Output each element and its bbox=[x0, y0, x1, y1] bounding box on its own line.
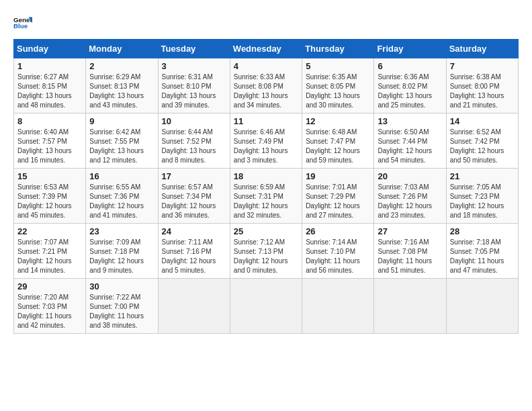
calendar-cell: 28Sunrise: 7:18 AMSunset: 7:05 PMDayligh… bbox=[446, 224, 518, 279]
day-info: Sunrise: 6:50 AMSunset: 7:44 PMDaylight:… bbox=[378, 128, 442, 165]
day-info: Sunrise: 6:36 AMSunset: 8:02 PMDaylight:… bbox=[378, 73, 442, 110]
calendar-cell: 14Sunrise: 6:52 AMSunset: 7:42 PMDayligh… bbox=[446, 113, 518, 169]
day-number: 14 bbox=[450, 116, 515, 126]
day-info: Sunrise: 7:01 AMSunset: 7:29 PMDaylight:… bbox=[306, 183, 370, 220]
day-info: Sunrise: 6:46 AMSunset: 7:49 PMDaylight:… bbox=[234, 128, 298, 165]
day-number: 11 bbox=[234, 116, 298, 126]
day-number: 12 bbox=[306, 116, 370, 126]
day-info: Sunrise: 7:18 AMSunset: 7:05 PMDaylight:… bbox=[450, 238, 515, 275]
day-number: 20 bbox=[378, 171, 442, 181]
day-info: Sunrise: 6:42 AMSunset: 7:55 PMDaylight:… bbox=[89, 128, 154, 165]
day-number: 22 bbox=[17, 226, 82, 236]
calendar-cell: 17Sunrise: 6:57 AMSunset: 7:34 PMDayligh… bbox=[158, 169, 230, 224]
day-info: Sunrise: 6:35 AMSunset: 8:05 PMDaylight:… bbox=[306, 73, 370, 110]
calendar-cell: 8Sunrise: 6:40 AMSunset: 7:57 PMDaylight… bbox=[14, 113, 86, 169]
day-info: Sunrise: 7:12 AMSunset: 7:13 PMDaylight:… bbox=[234, 238, 298, 275]
day-number: 10 bbox=[162, 116, 226, 126]
calendar-cell bbox=[158, 279, 230, 334]
day-number: 19 bbox=[306, 171, 370, 181]
calendar-cell: 26Sunrise: 7:14 AMSunset: 7:10 PMDayligh… bbox=[302, 224, 374, 279]
day-number: 30 bbox=[89, 281, 154, 291]
day-number: 28 bbox=[450, 226, 515, 236]
day-info: Sunrise: 7:14 AMSunset: 7:10 PMDaylight:… bbox=[306, 238, 370, 275]
day-number: 1 bbox=[17, 61, 82, 71]
day-number: 9 bbox=[89, 116, 154, 126]
day-number: 15 bbox=[17, 171, 82, 181]
calendar-cell: 5Sunrise: 6:35 AMSunset: 8:05 PMDaylight… bbox=[302, 58, 374, 113]
calendar-cell: 6Sunrise: 6:36 AMSunset: 8:02 PMDaylight… bbox=[374, 58, 446, 113]
day-info: Sunrise: 6:40 AMSunset: 7:57 PMDaylight:… bbox=[17, 128, 82, 165]
day-number: 6 bbox=[378, 61, 442, 71]
weekday-header-tuesday: Tuesday bbox=[158, 40, 230, 58]
calendar-week-3: 15Sunrise: 6:53 AMSunset: 7:39 PMDayligh… bbox=[14, 169, 519, 224]
calendar-cell: 20Sunrise: 7:03 AMSunset: 7:26 PMDayligh… bbox=[374, 169, 446, 224]
day-info: Sunrise: 6:44 AMSunset: 7:52 PMDaylight:… bbox=[162, 128, 226, 165]
weekday-header-sunday: Sunday bbox=[14, 40, 86, 58]
calendar-cell: 7Sunrise: 6:38 AMSunset: 8:00 PMDaylight… bbox=[446, 58, 518, 113]
calendar-cell: 1Sunrise: 6:27 AMSunset: 8:15 PMDaylight… bbox=[14, 58, 86, 113]
calendar-cell: 2Sunrise: 6:29 AMSunset: 8:13 PMDaylight… bbox=[86, 58, 158, 113]
calendar-week-4: 22Sunrise: 7:07 AMSunset: 7:21 PMDayligh… bbox=[14, 224, 519, 279]
weekday-header-monday: Monday bbox=[86, 40, 158, 58]
weekday-header-saturday: Saturday bbox=[446, 40, 518, 58]
day-info: Sunrise: 7:07 AMSunset: 7:21 PMDaylight:… bbox=[17, 238, 82, 275]
day-number: 23 bbox=[89, 226, 154, 236]
page-header: General Blue bbox=[13, 13, 519, 32]
day-info: Sunrise: 6:31 AMSunset: 8:10 PMDaylight:… bbox=[162, 73, 226, 110]
calendar-cell: 3Sunrise: 6:31 AMSunset: 8:10 PMDaylight… bbox=[158, 58, 230, 113]
day-info: Sunrise: 6:57 AMSunset: 7:34 PMDaylight:… bbox=[162, 183, 226, 220]
day-number: 24 bbox=[162, 226, 226, 236]
calendar-cell: 15Sunrise: 6:53 AMSunset: 7:39 PMDayligh… bbox=[14, 169, 86, 224]
day-info: Sunrise: 7:11 AMSunset: 7:16 PMDaylight:… bbox=[162, 238, 226, 275]
calendar-cell: 21Sunrise: 7:05 AMSunset: 7:23 PMDayligh… bbox=[446, 169, 518, 224]
calendar-cell: 11Sunrise: 6:46 AMSunset: 7:49 PMDayligh… bbox=[230, 113, 302, 169]
day-info: Sunrise: 7:03 AMSunset: 7:26 PMDaylight:… bbox=[378, 183, 442, 220]
calendar-cell: 24Sunrise: 7:11 AMSunset: 7:16 PMDayligh… bbox=[158, 224, 230, 279]
weekday-header-wednesday: Wednesday bbox=[230, 40, 302, 58]
day-info: Sunrise: 7:22 AMSunset: 7:00 PMDaylight:… bbox=[89, 293, 154, 330]
calendar-cell: 19Sunrise: 7:01 AMSunset: 7:29 PMDayligh… bbox=[302, 169, 374, 224]
calendar-cell: 23Sunrise: 7:09 AMSunset: 7:18 PMDayligh… bbox=[86, 224, 158, 279]
day-number: 7 bbox=[450, 61, 515, 71]
calendar-cell: 29Sunrise: 7:20 AMSunset: 7:03 PMDayligh… bbox=[14, 279, 86, 334]
day-number: 21 bbox=[450, 171, 515, 181]
day-info: Sunrise: 6:38 AMSunset: 8:00 PMDaylight:… bbox=[450, 73, 515, 110]
day-info: Sunrise: 7:05 AMSunset: 7:23 PMDaylight:… bbox=[450, 183, 515, 220]
day-number: 4 bbox=[234, 61, 298, 71]
calendar-cell: 10Sunrise: 6:44 AMSunset: 7:52 PMDayligh… bbox=[158, 113, 230, 169]
logo-icon: General Blue bbox=[13, 13, 32, 32]
calendar-cell bbox=[302, 279, 374, 334]
day-number: 2 bbox=[89, 61, 154, 71]
calendar-cell bbox=[230, 279, 302, 334]
day-info: Sunrise: 7:20 AMSunset: 7:03 PMDaylight:… bbox=[17, 293, 82, 330]
calendar-cell: 25Sunrise: 7:12 AMSunset: 7:13 PMDayligh… bbox=[230, 224, 302, 279]
svg-text:Blue: Blue bbox=[13, 22, 28, 30]
day-number: 16 bbox=[89, 171, 154, 181]
day-info: Sunrise: 6:29 AMSunset: 8:13 PMDaylight:… bbox=[89, 73, 154, 110]
weekday-header-thursday: Thursday bbox=[302, 40, 374, 58]
calendar-week-2: 8Sunrise: 6:40 AMSunset: 7:57 PMDaylight… bbox=[14, 113, 519, 169]
calendar-cell: 9Sunrise: 6:42 AMSunset: 7:55 PMDaylight… bbox=[86, 113, 158, 169]
logo: General Blue bbox=[13, 13, 35, 32]
calendar-cell: 27Sunrise: 7:16 AMSunset: 7:08 PMDayligh… bbox=[374, 224, 446, 279]
calendar-cell: 30Sunrise: 7:22 AMSunset: 7:00 PMDayligh… bbox=[86, 279, 158, 334]
calendar-cell: 22Sunrise: 7:07 AMSunset: 7:21 PMDayligh… bbox=[14, 224, 86, 279]
day-info: Sunrise: 6:48 AMSunset: 7:47 PMDaylight:… bbox=[306, 128, 370, 165]
day-number: 3 bbox=[162, 61, 226, 71]
calendar-cell bbox=[446, 279, 518, 334]
day-info: Sunrise: 6:55 AMSunset: 7:36 PMDaylight:… bbox=[89, 183, 154, 220]
calendar-cell bbox=[374, 279, 446, 334]
day-info: Sunrise: 6:53 AMSunset: 7:39 PMDaylight:… bbox=[17, 183, 82, 220]
day-info: Sunrise: 6:59 AMSunset: 7:31 PMDaylight:… bbox=[234, 183, 298, 220]
calendar-week-5: 29Sunrise: 7:20 AMSunset: 7:03 PMDayligh… bbox=[14, 279, 519, 334]
calendar-cell: 13Sunrise: 6:50 AMSunset: 7:44 PMDayligh… bbox=[374, 113, 446, 169]
day-info: Sunrise: 6:27 AMSunset: 8:15 PMDaylight:… bbox=[17, 73, 82, 110]
day-number: 18 bbox=[234, 171, 298, 181]
day-number: 5 bbox=[306, 61, 370, 71]
calendar-cell: 4Sunrise: 6:33 AMSunset: 8:08 PMDaylight… bbox=[230, 58, 302, 113]
calendar-table: SundayMondayTuesdayWednesdayThursdayFrid… bbox=[13, 39, 519, 334]
calendar-cell: 12Sunrise: 6:48 AMSunset: 7:47 PMDayligh… bbox=[302, 113, 374, 169]
day-number: 25 bbox=[234, 226, 298, 236]
calendar-cell: 18Sunrise: 6:59 AMSunset: 7:31 PMDayligh… bbox=[230, 169, 302, 224]
day-number: 29 bbox=[17, 281, 82, 291]
